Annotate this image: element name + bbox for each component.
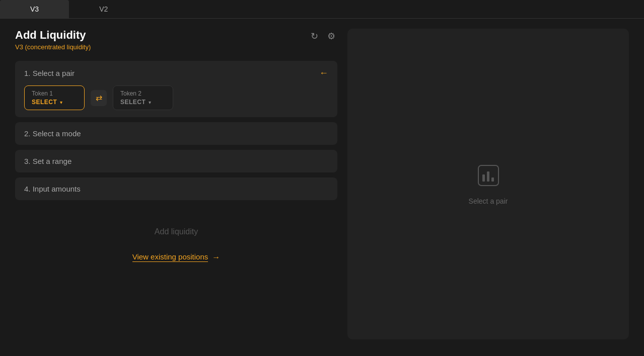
step1-section: 1. Select a pair ← Token 1 SELECT ▾ ⇄ To… xyxy=(15,61,337,117)
token1-select-text: SELECT xyxy=(32,99,57,106)
token1-select-row: SELECT ▾ xyxy=(32,99,77,106)
step2-section: 2. Select a mode xyxy=(15,122,337,145)
tab-v2[interactable]: V2 xyxy=(69,0,138,18)
step1-label: 1. Select a pair xyxy=(24,69,75,77)
step3-section: 3. Set a range xyxy=(15,150,337,172)
chart-placeholder-icon xyxy=(476,163,500,192)
page-header: Add Liquidity V3 (concentrated liquidity… xyxy=(15,29,337,51)
page-title: Add Liquidity xyxy=(15,29,91,42)
token1-chevron-icon: ▾ xyxy=(60,100,62,105)
step1-header: 1. Select a pair ← xyxy=(24,68,328,78)
svg-rect-2 xyxy=(487,171,489,182)
token2-select-text: SELECT xyxy=(120,99,146,106)
refresh-button[interactable]: ↻ xyxy=(309,29,320,44)
settings-button[interactable]: ⚙ xyxy=(325,29,337,44)
step3-header: 3. Set a range xyxy=(24,157,328,165)
token-row: Token 1 SELECT ▾ ⇄ Token 2 SELECT ▾ xyxy=(24,85,328,110)
step2-label: 2. Select a mode xyxy=(24,129,81,138)
header-title-group: Add Liquidity V3 (concentrated liquidity… xyxy=(15,29,91,51)
step4-header: 4. Input amounts xyxy=(24,185,328,193)
token2-select-row: SELECT ▾ xyxy=(120,99,166,106)
header-icons: ↻ ⚙ xyxy=(309,29,337,44)
step4-label: 4. Input amounts xyxy=(24,185,81,193)
token2-selector[interactable]: Token 2 SELECT ▾ xyxy=(113,85,173,110)
page-subtitle: V3 (concentrated liquidity) xyxy=(15,43,91,51)
view-positions-arrow-icon: → xyxy=(212,253,220,262)
swap-button[interactable]: ⇄ xyxy=(91,90,107,106)
version-tabs: V3 V2 xyxy=(0,0,644,19)
tab-v3[interactable]: V3 xyxy=(0,0,69,18)
step2-header: 2. Select a mode xyxy=(24,129,328,138)
main-content: Add Liquidity V3 (concentrated liquidity… xyxy=(0,19,644,349)
back-arrow-icon[interactable]: ← xyxy=(319,68,328,78)
token1-selector[interactable]: Token 1 SELECT ▾ xyxy=(24,85,85,110)
token1-label: Token 1 xyxy=(32,90,77,97)
svg-rect-3 xyxy=(491,177,494,182)
left-panel: Add Liquidity V3 (concentrated liquidity… xyxy=(15,29,337,339)
step3-label: 3. Set a range xyxy=(24,157,71,165)
token2-chevron-icon: ▾ xyxy=(149,100,151,105)
token2-label: Token 2 xyxy=(120,90,166,97)
step4-section: 4. Input amounts xyxy=(15,177,337,200)
add-liquidity-button[interactable]: Add liquidity xyxy=(15,220,337,243)
view-positions-link[interactable]: View existing positions → xyxy=(15,252,337,262)
svg-rect-1 xyxy=(482,174,485,182)
right-panel: Select a pair xyxy=(347,29,629,339)
right-panel-text: Select a pair xyxy=(469,197,508,205)
view-positions-label: View existing positions xyxy=(132,252,208,262)
